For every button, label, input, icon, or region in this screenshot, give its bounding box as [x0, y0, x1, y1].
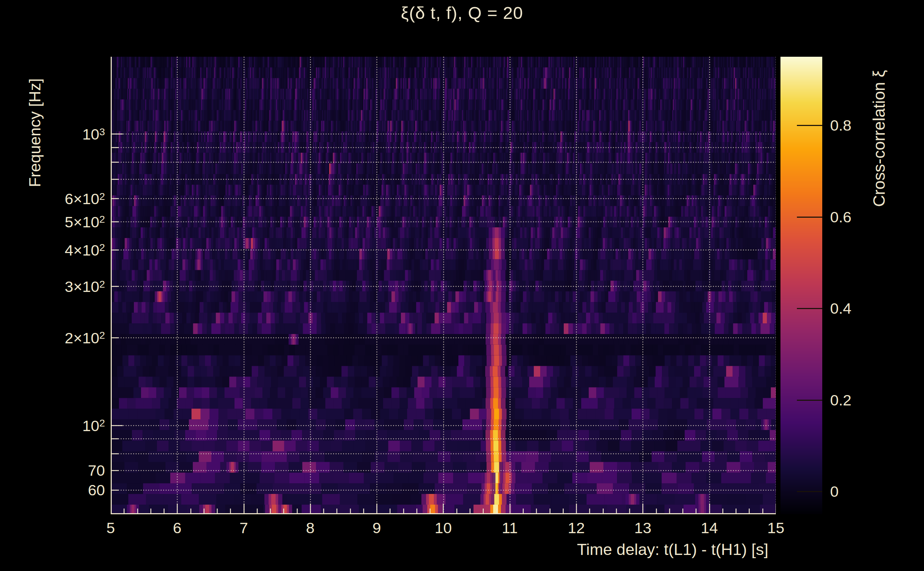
chart-title: ξ(δ t, f), Q = 20 — [0, 3, 924, 23]
colorbar — [780, 57, 822, 514]
x-tick-label: 12 — [568, 519, 585, 537]
x-tick-label: 6 — [173, 519, 181, 537]
y-axis-title: Frequency [Hz] — [26, 78, 44, 187]
x-axis-title: Time delay: t(L1) - t(H1) [s] — [577, 540, 768, 559]
y-tick-label: 70 — [88, 462, 105, 479]
colorbar-tick-label: 0.8 — [830, 117, 851, 134]
heatmap-canvas — [111, 57, 776, 514]
colorbar-title: Cross-correlation ξ — [869, 70, 888, 207]
x-tick-label: 11 — [502, 519, 518, 537]
colorbar-tick-label: 0 — [830, 483, 839, 500]
x-tick-label: 10 — [435, 519, 452, 537]
x-tick-label: 13 — [634, 519, 651, 537]
x-tick-label: 5 — [107, 519, 115, 537]
y-tick-label: 4×102 — [65, 241, 105, 259]
y-tick-label: 6×102 — [65, 190, 105, 208]
x-tick-label: 8 — [306, 519, 315, 537]
y-tick-label: 2×102 — [65, 328, 105, 347]
colorbar-canvas — [780, 57, 822, 514]
x-tick-label: 14 — [701, 519, 718, 537]
x-tick-label: 9 — [372, 519, 381, 537]
colorbar-tick-label: 0.4 — [830, 300, 851, 317]
figure: ξ(δ t, f), Q = 20 Frequency [Hz] 1036×10… — [0, 0, 924, 571]
y-tick-label: 3×102 — [65, 277, 105, 295]
colorbar-tick-label: 0.6 — [830, 208, 851, 225]
y-tick-label: 102 — [82, 416, 105, 434]
plot-area — [111, 57, 776, 514]
x-tick-label: 15 — [767, 519, 784, 537]
y-tick-label: 103 — [82, 125, 105, 143]
y-tick-label: 5×102 — [65, 212, 105, 230]
colorbar-tick-label: 0.2 — [830, 391, 851, 409]
y-tick-label: 60 — [88, 481, 105, 498]
x-tick-label: 7 — [239, 519, 248, 537]
